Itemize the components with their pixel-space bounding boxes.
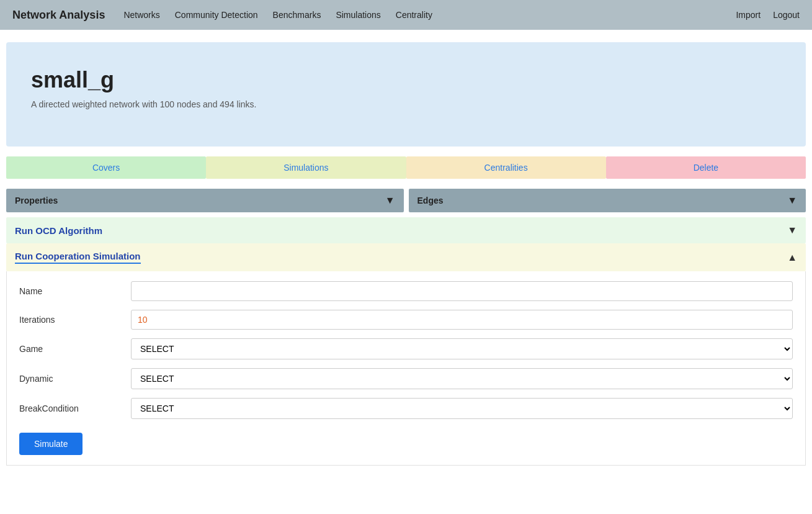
dynamic-select[interactable]: SELECT [131,368,793,389]
break-condition-label: BreakCondition [19,404,131,413]
ocd-section-header[interactable]: Run OCD Algorithm ▼ [6,217,806,243]
tabs-bar: Covers Simulations Centralities Delete [6,156,806,179]
edges-header[interactable]: Edges ▼ [409,189,806,212]
properties-chevron: ▼ [385,195,395,206]
edges-label: Edges [417,196,444,205]
dynamic-label: Dynamic [19,374,131,384]
hero-section: small_g A directed weighted network with… [6,42,806,147]
navbar-right: Import Logout [736,10,800,20]
iterations-input[interactable] [131,310,793,330]
name-label: Name [19,286,131,296]
coop-section-header[interactable]: Run Cooperation Simulation ▲ [6,243,806,271]
tab-simulations[interactable]: Simulations [206,156,406,179]
iterations-label: Iterations [19,315,131,325]
nav-import[interactable]: Import [736,10,761,20]
navbar: Network Analysis Networks Community Dete… [0,0,812,30]
tab-covers[interactable]: Covers [6,156,206,179]
game-row: Game SELECT [19,338,793,359]
name-input[interactable] [131,281,793,301]
game-select[interactable]: SELECT [131,338,793,359]
navbar-links: Networks Community Detection Benchmarks … [123,10,717,20]
hero-title: small_g [31,67,781,93]
nav-centrality[interactable]: Centrality [396,10,432,20]
coop-title: Run Cooperation Simulation [15,251,141,264]
nav-community-detection[interactable]: Community Detection [175,10,258,20]
hero-subtitle: A directed weighted network with 100 nod… [31,99,781,109]
iterations-row: Iterations [19,310,793,330]
properties-label: Properties [15,196,58,205]
simulate-button[interactable]: Simulate [19,433,83,455]
break-condition-select[interactable]: SELECT [131,398,793,419]
game-label: Game [19,344,131,354]
simulation-form: Name Iterations Game SELECT Dynamic SELE… [6,271,806,466]
ocd-title: Run OCD Algorithm [15,225,102,236]
edges-accordion[interactable]: Edges ▼ [409,189,806,212]
coop-chevron: ▲ [787,252,797,263]
navbar-brand: Network Analysis [12,9,105,22]
nav-simulations[interactable]: Simulations [336,10,380,20]
nav-benchmarks[interactable]: Benchmarks [273,10,321,20]
main-content: Properties ▼ Edges ▼ Run OCD Algorithm ▼… [6,189,806,466]
nav-logout[interactable]: Logout [773,10,800,20]
accordion-row: Properties ▼ Edges ▼ [6,189,806,212]
edges-chevron: ▼ [787,195,797,206]
properties-accordion[interactable]: Properties ▼ [6,189,404,212]
break-condition-row: BreakCondition SELECT [19,398,793,419]
nav-networks[interactable]: Networks [123,10,159,20]
properties-header[interactable]: Properties ▼ [6,189,404,212]
dynamic-row: Dynamic SELECT [19,368,793,389]
tab-delete[interactable]: Delete [606,156,806,179]
ocd-chevron: ▼ [787,225,797,236]
name-row: Name [19,281,793,301]
tab-centralities[interactable]: Centralities [406,156,606,179]
